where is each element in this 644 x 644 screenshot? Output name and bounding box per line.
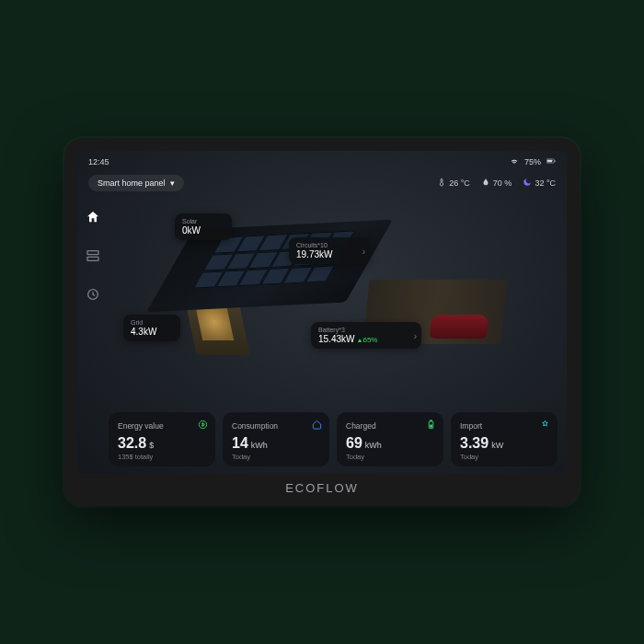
card-unit: kWh bbox=[365, 441, 382, 450]
svg-rect-3 bbox=[87, 251, 98, 255]
card-energy-value[interactable]: Energy value 32.8 $ 135$ totally bbox=[109, 412, 215, 466]
env-temp-outdoor: 32 °C bbox=[523, 178, 556, 189]
house-scene: Solar 0kW Circuits*10 19.73kW › Grid 4.3… bbox=[109, 195, 559, 406]
screen: 12:45 75% Smart home panel ▾ bbox=[77, 151, 567, 474]
card-title: Energy value bbox=[118, 421, 164, 431]
header: Smart home panel ▾ 26 °C 70 % bbox=[77, 173, 567, 197]
callout-battery[interactable]: Battery*3 15.43kW ▴ 65% › bbox=[311, 322, 421, 349]
env-humidity-value: 70 % bbox=[493, 178, 512, 188]
card-unit: kW bbox=[491, 441, 503, 450]
env-humidity: 70 % bbox=[481, 178, 512, 189]
callout-battery-label: Battery*3 bbox=[318, 327, 414, 333]
tablet-frame: 12:45 75% Smart home panel ▾ bbox=[64, 138, 580, 506]
callout-circuits[interactable]: Circuits*10 19.73kW › bbox=[289, 237, 370, 264]
battery-delta: ▴ 65% bbox=[358, 336, 377, 344]
panel-select[interactable]: Smart home panel ▾ bbox=[88, 175, 184, 191]
card-title: Import bbox=[460, 421, 482, 431]
chevron-down-icon: ▾ bbox=[170, 178, 175, 188]
car bbox=[430, 315, 489, 339]
statusbar: 12:45 75% bbox=[77, 151, 567, 173]
env-temp-indoor-value: 26 °C bbox=[449, 178, 470, 188]
callout-solar[interactable]: Solar 0kW bbox=[175, 213, 232, 240]
callout-circuits-label: Circuits*10 bbox=[296, 242, 362, 248]
chevron-right-icon: › bbox=[362, 246, 365, 256]
card-value: 69 bbox=[346, 435, 362, 452]
sidebar bbox=[77, 202, 109, 411]
card-value: 14 bbox=[232, 435, 248, 452]
card-charged[interactable]: Charged 69 kWh Today bbox=[337, 412, 443, 466]
wifi-icon bbox=[510, 156, 519, 167]
nav-home[interactable] bbox=[84, 208, 102, 226]
card-title: Consumption bbox=[232, 421, 278, 431]
card-sub: Today bbox=[232, 453, 322, 461]
svg-rect-4 bbox=[87, 257, 98, 260]
nav-automation[interactable] bbox=[84, 285, 102, 304]
thermometer-icon bbox=[437, 178, 446, 189]
droplet-icon bbox=[481, 178, 490, 189]
card-sub: Today bbox=[346, 453, 436, 461]
svg-rect-1 bbox=[547, 160, 552, 163]
environment-readout: 26 °C 70 % 32 °C bbox=[437, 178, 556, 189]
env-temp-outdoor-value: 32 °C bbox=[535, 178, 556, 188]
currency-icon bbox=[198, 420, 208, 431]
svg-rect-8 bbox=[431, 420, 432, 421]
star-person-icon bbox=[540, 420, 550, 431]
panel-select-label: Smart home panel bbox=[98, 178, 166, 188]
chevron-right-icon: › bbox=[414, 330, 417, 340]
home-icon bbox=[312, 420, 322, 431]
clock: 12:45 bbox=[88, 157, 109, 167]
brand-logo: ECOFLOW bbox=[77, 481, 567, 495]
env-temp-indoor: 26 °C bbox=[437, 178, 470, 189]
battery-icon bbox=[546, 156, 556, 167]
callout-circuits-value: 19.73kW bbox=[296, 249, 362, 259]
callout-grid-value: 4.3kW bbox=[131, 327, 173, 337]
callout-grid-label: Grid bbox=[131, 319, 173, 326]
battery-percent: 75% bbox=[524, 157, 541, 167]
status-right: 75% bbox=[510, 156, 556, 167]
callout-solar-label: Solar bbox=[182, 218, 224, 224]
card-value: 32.8 bbox=[118, 435, 146, 452]
battery-icon bbox=[426, 420, 436, 431]
callout-grid[interactable]: Grid 4.3kW bbox=[123, 315, 180, 341]
card-value: 3.39 bbox=[460, 435, 489, 452]
card-unit: kWh bbox=[251, 441, 268, 450]
card-consumption[interactable]: Consumption 14 kWh Today bbox=[223, 412, 329, 466]
card-title: Charged bbox=[346, 421, 376, 431]
nav-devices[interactable] bbox=[84, 247, 102, 265]
svg-rect-2 bbox=[555, 160, 556, 162]
card-sub: Today bbox=[460, 453, 550, 461]
svg-rect-9 bbox=[430, 425, 432, 428]
card-import[interactable]: Import 3.39 kW Today bbox=[451, 412, 558, 466]
card-unit: $ bbox=[149, 441, 154, 450]
callout-battery-value: 15.43kW bbox=[318, 334, 354, 344]
moon-icon bbox=[523, 178, 532, 189]
stat-cards: Energy value 32.8 $ 135$ totally Consump… bbox=[109, 412, 558, 466]
callout-solar-value: 0kW bbox=[182, 225, 224, 236]
card-sub: 135$ totally bbox=[118, 453, 208, 461]
